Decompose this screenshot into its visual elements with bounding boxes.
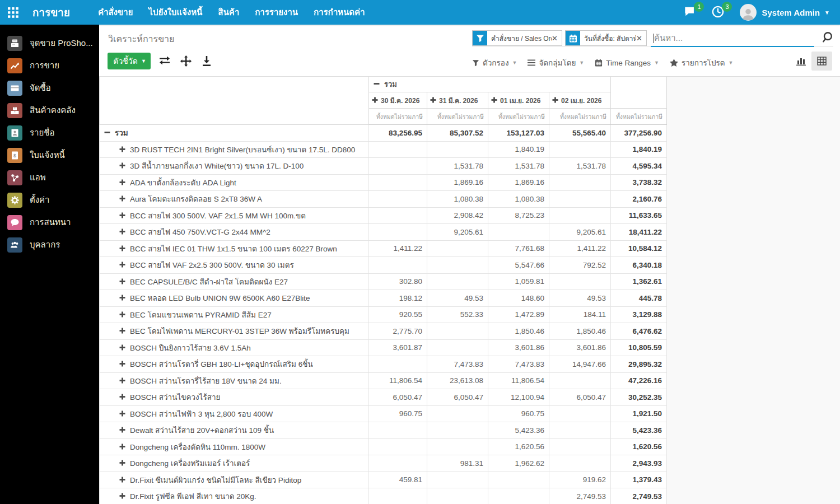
pivot-measure-header[interactable]: ทั้งหมดไม่รวมภาษี <box>549 109 611 125</box>
pivot-row-label[interactable]: 3D สีน้ำภายนอกกึ่งเงา White(ขาว) ขนาด 17… <box>100 158 369 175</box>
text-caret <box>653 34 654 43</box>
toolbar-calendar-dark[interactable]: Time Ranges▼ <box>595 59 659 67</box>
pivot-cell: 1,840.19 <box>611 141 667 158</box>
pivot-row-label[interactable]: BCC สายไฟ VAF 2x2.5 300 500V. ขนาด 30 เม… <box>100 257 369 274</box>
pivot-row-label[interactable]: Dongcheng เครื่องตัดหิน 110mm. 1800W <box>100 438 369 455</box>
pivot-cell <box>369 224 427 241</box>
purchase-icon <box>7 81 22 96</box>
sidebar-item-sales[interactable]: การขาย <box>0 54 99 77</box>
pivot-cell <box>488 488 549 504</box>
pivot-measure-header[interactable]: ทั้งหมดไม่รวมภาษี <box>611 109 667 125</box>
nav-menu-item-1[interactable]: ไปยังใบแจ้งหนี้ <box>149 6 203 19</box>
pivot-row-label[interactable]: 3D RUST TECH 2IN1 Bright Silver(บรอนซ์เง… <box>100 141 369 158</box>
pivot-date-header[interactable]: 01 เม.ย. 2026 <box>488 92 549 109</box>
control-panel: วิเคราะห์การขาย คำสั่งขาย / Sales Order✕… <box>99 25 840 77</box>
pivot-row-label[interactable]: รวม <box>100 125 369 142</box>
avatar[interactable] <box>740 4 757 21</box>
apps-icon <box>7 170 22 185</box>
pivot-view-button[interactable] <box>811 52 832 71</box>
nav-menu-item-3[interactable]: การรายงาน <box>255 6 298 19</box>
pivot-row-label[interactable]: BEC CAPSULE/B/C สีดำ-ฝาใส โคมติดผนัง E27 <box>100 273 369 290</box>
pivot-row-label[interactable]: BCC สายไฟ IEC 01 THW 1x1.5 ขนาด 100 เมตร… <box>100 240 369 257</box>
apps-grid-icon[interactable] <box>0 0 26 25</box>
pivot-row-label[interactable]: Aura โคมตะแกรงติดลอย S 2xT8 36W A <box>100 191 369 208</box>
pivot-cell: 184.11 <box>549 306 611 323</box>
measures-button[interactable]: ตัวชี้วัด▼ <box>108 53 151 69</box>
calendar-dark-icon <box>595 59 603 67</box>
pivot-cell: 1,472.89 <box>488 306 549 323</box>
pivot-cell <box>549 191 611 208</box>
app-title[interactable]: การขาย <box>32 4 70 21</box>
nav-menu-item-2[interactable]: สินค้า <box>218 6 240 19</box>
remove-filter-icon[interactable]: ✕ <box>636 35 646 42</box>
nav-menu-item-4[interactable]: การกำหนดค่า <box>314 6 365 19</box>
pivot-row: ADA ขาตั้งกล้องระดับ ADA Light1,869.161,… <box>100 174 667 191</box>
sidebar-item-label: ตั้งค่า <box>30 193 50 207</box>
activities-icon[interactable]: 3 <box>712 6 725 19</box>
sidebar-item-discuss[interactable]: การสนทนา <box>0 211 99 234</box>
sidebar-item-inventory[interactable]: สินค้าคงคลัง <box>0 99 99 122</box>
pivot-date-header[interactable]: 31 มี.ค. 2026 <box>427 92 488 109</box>
pivot-cell <box>549 141 611 158</box>
toolbar-funnel-dark[interactable]: ตัวกรอง▼ <box>472 57 517 69</box>
pivot-row-label[interactable]: BOSCH สว่านโรตารี่ไร้สาย 18V ขนาด 24 มม. <box>100 372 369 389</box>
pivot-row-label[interactable]: BOSCH สว่านไขควงไร้สาย <box>100 389 369 406</box>
pivot-measure-header[interactable]: ทั้งหมดไม่รวมภาษี <box>488 109 549 125</box>
pivot-measure-header[interactable]: ทั้งหมดไม่รวมภาษี <box>427 109 488 125</box>
pivot-measure-header[interactable]: ทั้งหมดไม่รวมภาษี <box>369 109 427 125</box>
funnel-dark-icon <box>472 59 479 67</box>
messages-icon[interactable]: 1 <box>684 6 697 19</box>
pivot-cell: 6,050.47 <box>369 389 427 406</box>
pivot-cell <box>427 472 488 488</box>
sidebar-item-apps[interactable]: แอพ <box>0 166 99 189</box>
pivot-row-label[interactable]: BEC โคมไฟเพดาน MERCURY-01 3STEP 36W พร้อ… <box>100 323 369 340</box>
sidebar-item-invoicing[interactable]: $ใบแจ้งหนี้ <box>0 144 99 166</box>
filter-chip-0[interactable]: คำสั่งขาย / Sales Order✕ <box>472 30 562 46</box>
pivot-row-label[interactable]: BOSCH สว่านโรตารี่ GBH 180-LI+ชุดอุปกรณ์… <box>100 356 369 373</box>
sidebar-item-contacts[interactable]: รายชื่อ <box>0 122 99 144</box>
pivot-table: รวม30 มี.ค. 202631 มี.ค. 202601 เม.ย. 20… <box>99 77 667 504</box>
user-menu[interactable]: System Admin <box>762 8 820 17</box>
remove-filter-icon[interactable]: ✕ <box>552 35 562 42</box>
pivot-row-label[interactable]: Dewalt สว่านไร้สาย 20V+ดอกสว่าน 109 ชิ้น <box>100 422 369 439</box>
pivot-row-label[interactable]: BOSCH สว่านไฟฟ้า 3 หุน 2,800 รอบ 400W <box>100 405 369 422</box>
sidebar-item-settings[interactable]: ตั้งค่า <box>0 189 99 211</box>
pivot-cell: 552.33 <box>427 306 488 323</box>
expand-all-button[interactable] <box>180 55 193 67</box>
pivot-row-label[interactable]: BEC โคมแขวนเพดาน PYRAMID สีส้ม E27 <box>100 306 369 323</box>
toolbar-bars[interactable]: จัดกลุ่มโดย▼ <box>528 57 584 69</box>
pivot-cell <box>488 224 549 241</box>
search-icon[interactable] <box>821 31 833 45</box>
pivot-cell: 198.12 <box>369 290 427 307</box>
pivot-date-header[interactable]: 30 มี.ค. 2026 <box>369 92 427 109</box>
filter-chip-1[interactable]: วันที่สั่งซื้อ: สัปดาห์นี้✕ <box>565 30 647 46</box>
toolbar-star[interactable]: รายการโปรด▼ <box>670 57 734 69</box>
pivot-row-label[interactable]: ADA ขาตั้งกล้องระดับ ADA Light <box>100 174 369 191</box>
pivot-row-label[interactable]: BEC หลอด LED Bulb UNION 9W 6500K A60 E27… <box>100 290 369 307</box>
pivot-col-total-header[interactable]: รวม <box>369 77 611 92</box>
pivot-cell: 459.81 <box>369 472 427 488</box>
nav-menu-item-0[interactable]: คำสั่งขาย <box>98 6 133 19</box>
sidebar-item-employees[interactable]: บุคลากร <box>0 234 99 256</box>
pivot-cell: 14,947.66 <box>549 356 611 373</box>
search-input[interactable]: ค้นหา... <box>651 30 814 47</box>
employees-icon <box>7 237 22 253</box>
discuss-icon <box>7 215 22 230</box>
pivot-total-row: รวม83,256.9585,307.52153,127.0355,565.40… <box>100 125 667 142</box>
pivot-cell: 85,307.52 <box>427 125 488 142</box>
flip-axis-button[interactable] <box>159 55 171 67</box>
sidebar-item-pos[interactable]: จุดขาย ProSho... <box>0 32 99 54</box>
pivot-row-label[interactable]: Dr.Fixit ซีเมนต์ผิวแกร่ง ชนิดไม่มีโลหะ ส… <box>100 472 369 488</box>
sidebar-item-label: สินค้าคงคลัง <box>30 104 76 117</box>
pivot-row-label[interactable]: BOSCH ปืนยิงกาวไร้สาย 3.6V 1.5Ah <box>100 339 369 356</box>
pivot-row-label[interactable]: Dr.Fixit รูฟซีล พีเอฟ สีเทา ขนาด 20Kg. <box>100 488 369 504</box>
pivot-row-label[interactable]: Dongcheng เครื่องทริมเมอร์ เร้าเตอร์ <box>100 455 369 472</box>
pivot-row-label[interactable]: BCC สายไฟ 300 500V. VAF 2x1.5 MM WH 100m… <box>100 207 369 224</box>
sidebar-item-purchase[interactable]: จัดซื้อ <box>0 77 99 99</box>
pivot-date-header[interactable]: 02 เม.ย. 2026 <box>549 92 611 109</box>
sidebar-item-label: ใบแจ้งหนี้ <box>30 148 65 162</box>
pivot-row-label[interactable]: BCC สายไฟ 450 750V.VCT-G 2x44 MM^2 <box>100 224 369 241</box>
main-content: วิเคราะห์การขาย คำสั่งขาย / Sales Order✕… <box>99 25 840 504</box>
download-button[interactable] <box>202 55 214 67</box>
bar-chart-view-button[interactable] <box>791 52 811 71</box>
